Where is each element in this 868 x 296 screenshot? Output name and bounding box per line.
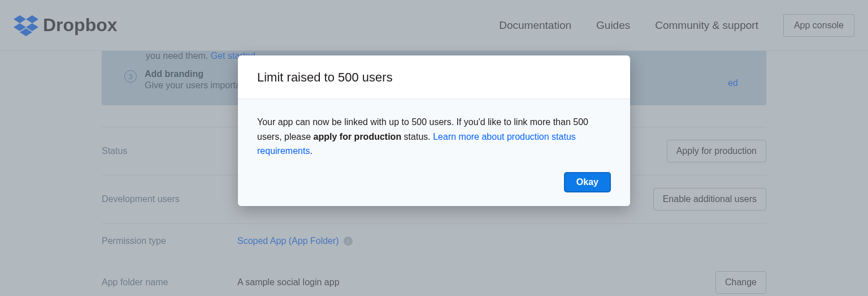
- modal-text-3: .: [310, 146, 312, 156]
- modal-body: Your app can now be linked with up to 50…: [238, 99, 630, 172]
- modal-overlay[interactable]: Limit raised to 500 users Your app can n…: [0, 0, 868, 296]
- modal-text-bold: apply for production: [314, 132, 402, 141]
- modal-title: Limit raised to 500 users: [257, 70, 611, 85]
- modal-text-2: status.: [401, 132, 433, 141]
- okay-button[interactable]: Okay: [564, 172, 611, 192]
- limit-raised-modal: Limit raised to 500 users Your app can n…: [238, 55, 630, 206]
